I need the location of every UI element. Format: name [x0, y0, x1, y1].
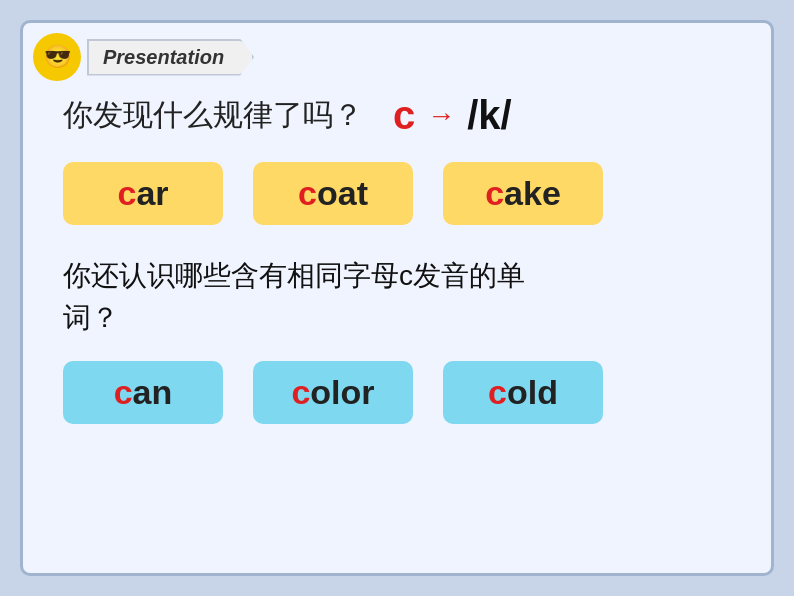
word-coat-rest: oat [317, 174, 368, 212]
word-can-c: c [114, 373, 133, 411]
word-cold-c: c [488, 373, 507, 411]
word-color-c: c [291, 373, 310, 411]
word-can-rest: an [133, 373, 173, 411]
yellow-word-row: car coat cake [63, 162, 731, 225]
word-color-rest: olor [310, 373, 374, 411]
main-content: 你发现什么规律了吗？ c → /k/ car coat cake 你还认识哪些含… [63, 93, 731, 454]
question2-line2: 词？ [63, 302, 119, 333]
word-car-rest: ar [136, 174, 168, 212]
blue-word-row: can color cold [63, 361, 731, 424]
rule-letter: c [393, 93, 415, 138]
header: 😎 Presentation [33, 33, 254, 81]
word-card-color: color [253, 361, 413, 424]
presentation-label: Presentation [103, 46, 224, 68]
rule-arrow: → [427, 100, 455, 132]
question2-text: 你还认识哪些含有相同字母c发音的单 词？ [63, 255, 731, 339]
question2-line1: 你还认识哪些含有相同字母c发音的单 [63, 260, 525, 291]
slide-container: 😎 Presentation 你发现什么规律了吗？ c → /k/ car co… [20, 20, 774, 576]
word-card-coat: coat [253, 162, 413, 225]
rule-display: c → /k/ [393, 93, 512, 138]
sun-icon: 😎 [33, 33, 81, 81]
word-card-can: can [63, 361, 223, 424]
word-coat-c: c [298, 174, 317, 212]
word-card-car: car [63, 162, 223, 225]
word-cake-rest: ake [504, 174, 561, 212]
word-car-c: c [117, 174, 136, 212]
word-cold-rest: old [507, 373, 558, 411]
question-line: 你发现什么规律了吗？ c → /k/ [63, 93, 731, 138]
word-cake-c: c [485, 174, 504, 212]
word-card-cold: cold [443, 361, 603, 424]
question1-text: 你发现什么规律了吗？ [63, 95, 363, 136]
word-card-cake: cake [443, 162, 603, 225]
rule-phonetic: /k/ [467, 93, 511, 138]
question2-c: c [399, 260, 413, 291]
presentation-badge: Presentation [87, 39, 254, 76]
